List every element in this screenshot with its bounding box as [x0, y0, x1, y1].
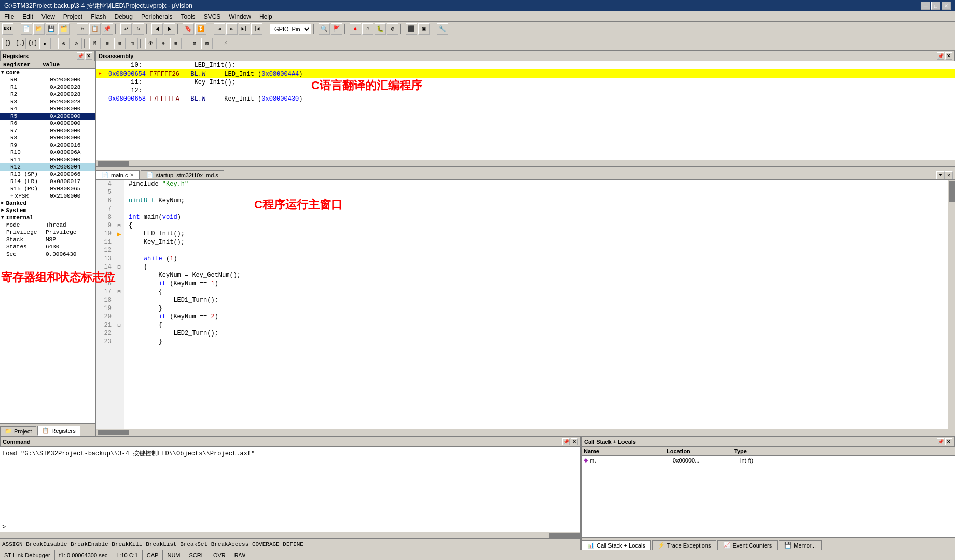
menu-edit[interactable]: Edit	[18, 12, 37, 21]
command-content[interactable]: Load "G:\\STM32Project-backup\\3-4 按键控制L…	[0, 447, 580, 522]
cut-btn[interactable]: ✂️	[77, 23, 88, 35]
reg-section-system[interactable]: ►System	[0, 207, 95, 214]
command-hscrollbar[interactable]	[0, 532, 580, 538]
debug-btn[interactable]: 🐛	[375, 23, 386, 35]
redo-btn[interactable]: ↪	[133, 23, 144, 35]
disasm-close-btn[interactable]: ✕	[945, 52, 952, 60]
tab-project[interactable]: 📁 Project	[0, 426, 36, 436]
view-btn[interactable]: ⬛	[406, 23, 417, 35]
reg-row-r8[interactable]: R80x0000000	[0, 134, 95, 142]
menu-help[interactable]: Help	[255, 12, 276, 21]
step-in-btn[interactable]: {↓}	[15, 38, 26, 49]
tab-dropdown-btn[interactable]: ▼	[936, 171, 945, 179]
nav-fwd-btn[interactable]: ►	[164, 23, 175, 35]
command-close-btn[interactable]: ✕	[571, 438, 578, 445]
reg-row-r12[interactable]: R120x2000004	[0, 163, 95, 171]
reg-row-stack[interactable]: StackMSP	[0, 236, 95, 243]
reg-row-r5[interactable]: R50x2000000	[0, 113, 95, 120]
save-btn[interactable]: 💾	[46, 23, 57, 35]
reg-row-sec[interactable]: Sec0.0006430	[0, 250, 95, 258]
reg-section-banked[interactable]: ►Banked	[0, 200, 95, 207]
menu-tools[interactable]: Tools	[177, 12, 200, 21]
reg-row-privilege[interactable]: PrivilegePrivilege	[0, 229, 95, 236]
step-out-btn[interactable]: {↑}	[27, 38, 38, 49]
reg-row-r4[interactable]: R40x0000000	[0, 105, 95, 113]
reg-row-r14[interactable]: R14 (LR)0x0800017	[0, 178, 95, 185]
reg-row-r0[interactable]: R00x2000000	[0, 76, 95, 83]
inc-indent-btn[interactable]: ▶|	[239, 23, 250, 35]
outdent-btn[interactable]: ⇤	[226, 23, 238, 35]
mem-btn[interactable]: M	[89, 38, 101, 49]
disp3-btn[interactable]: ◫	[127, 38, 138, 49]
tab-main-c[interactable]: 📄 main.c ✕	[96, 170, 140, 179]
reg-row-states[interactable]: States6430	[0, 243, 95, 250]
disasm-hscroll-thumb[interactable]	[98, 161, 129, 166]
callstack-close-btn[interactable]: ✕	[945, 438, 952, 445]
disasm-hscrollbar[interactable]	[96, 160, 955, 166]
new-file-btn[interactable]: 📄	[21, 23, 32, 35]
tab-memory[interactable]: 💾 Memor...	[779, 540, 822, 550]
disassembly-content[interactable]: 10: LED_Init(); ➤ 0x08000654 F7FFFF26 BL…	[96, 61, 955, 160]
run2-btn[interactable]: ▶	[39, 38, 51, 49]
dbg2-btn[interactable]: ⊕	[387, 23, 398, 35]
code-content[interactable]: 4 5 6 7 8 9 10 11 12 13 14 15 16	[96, 180, 955, 429]
reg-section-core[interactable]: ▼Core	[0, 69, 95, 76]
disp1-btn[interactable]: ⊞	[102, 38, 113, 49]
command-hscroll-thumb[interactable]	[549, 533, 580, 538]
reg-row-r7[interactable]: R70x0000000	[0, 127, 95, 134]
tools-btn[interactable]: 🔧	[437, 23, 448, 35]
menu-file[interactable]: File	[0, 12, 18, 21]
tab-event-counters[interactable]: 📈 Event Counters	[717, 540, 778, 550]
main-c-tab-close[interactable]: ✕	[130, 172, 134, 178]
rst-button[interactable]: RST	[2, 23, 13, 35]
undo-btn[interactable]: ↩	[120, 23, 132, 35]
code-hscrollbar[interactable]	[96, 429, 955, 436]
tab-trace-exceptions[interactable]: ⚡ Trace Exceptions	[652, 540, 717, 550]
reg-row-r9[interactable]: R90x2000016	[0, 142, 95, 149]
watch3-btn[interactable]: ⊞	[170, 38, 182, 49]
reg-row-r1[interactable]: R10x2000028	[0, 83, 95, 91]
tab-callstack-locals[interactable]: 📊 Call Stack + Locals	[582, 540, 651, 550]
paste-btn[interactable]: 📌	[102, 23, 113, 35]
callstack-row-0[interactable]: ◆ m. 0x00000... int f()	[582, 456, 955, 465]
tab-startup[interactable]: 📄 startup_stm32f10x_md.s	[141, 170, 224, 179]
tab-registers[interactable]: 📋 Registers	[37, 426, 80, 436]
disp4-btn[interactable]: ▧	[189, 38, 200, 49]
watch-btn[interactable]: 👁	[145, 38, 157, 49]
reg-section-internal[interactable]: ▼Internal	[0, 214, 95, 221]
save-all-btn[interactable]: 🗂️	[58, 23, 70, 35]
reg-row-r3[interactable]: R30x2000028	[0, 98, 95, 105]
reg-row-r13[interactable]: R13 (SP)0x2000066	[0, 171, 95, 178]
command-input[interactable]	[6, 524, 578, 531]
nav-back-btn[interactable]: ◄	[151, 23, 163, 35]
reg-row-r15[interactable]: R15 (PC)0x0800065	[0, 185, 95, 192]
command-pin-btn[interactable]: 📌	[562, 438, 570, 445]
copy-btn[interactable]: 📋	[89, 23, 101, 35]
menu-view[interactable]: View	[37, 12, 59, 21]
menu-flash[interactable]: Flash	[87, 12, 110, 21]
tab-close-btn[interactable]: ✕	[945, 171, 953, 179]
watch2-btn[interactable]: ⊕	[158, 38, 169, 49]
code-text-area[interactable]: #include "Key.h" uint8_t KeyNum;	[124, 180, 948, 429]
dbg3-btn[interactable]: ⊗	[58, 38, 70, 49]
callstack-content[interactable]: Name Location Type ◆ m. 0x00000... int f…	[582, 447, 955, 537]
reg-row-r11[interactable]: R110x0000000	[0, 156, 95, 163]
run-btn[interactable]: ●	[350, 23, 361, 35]
bookmark-next-btn[interactable]: ⏬	[195, 23, 206, 35]
step-over-btn[interactable]: {}	[2, 38, 13, 49]
menu-project[interactable]: Project	[59, 12, 87, 21]
registers-pin-btn[interactable]: 📌	[77, 52, 84, 60]
disp5-btn[interactable]: ▨	[201, 38, 213, 49]
disp2-btn[interactable]: ⊟	[114, 38, 126, 49]
menu-peripherals[interactable]: Peripherals	[137, 12, 177, 21]
trace-btn[interactable]: ⚡	[220, 38, 231, 49]
search-btn[interactable]: 🔍	[319, 23, 330, 35]
close-button[interactable]: ✕	[942, 2, 951, 10]
minimize-button[interactable]: ─	[921, 2, 930, 10]
maximize-button[interactable]: □	[931, 2, 940, 10]
dec-indent-btn[interactable]: |◀	[251, 23, 262, 35]
reg-row-r6[interactable]: R60x0000000	[0, 120, 95, 127]
reg-row-r10[interactable]: R100x080006A	[0, 149, 95, 156]
menu-svcs[interactable]: SVCS	[200, 12, 225, 21]
view2-btn[interactable]: ▣	[418, 23, 430, 35]
